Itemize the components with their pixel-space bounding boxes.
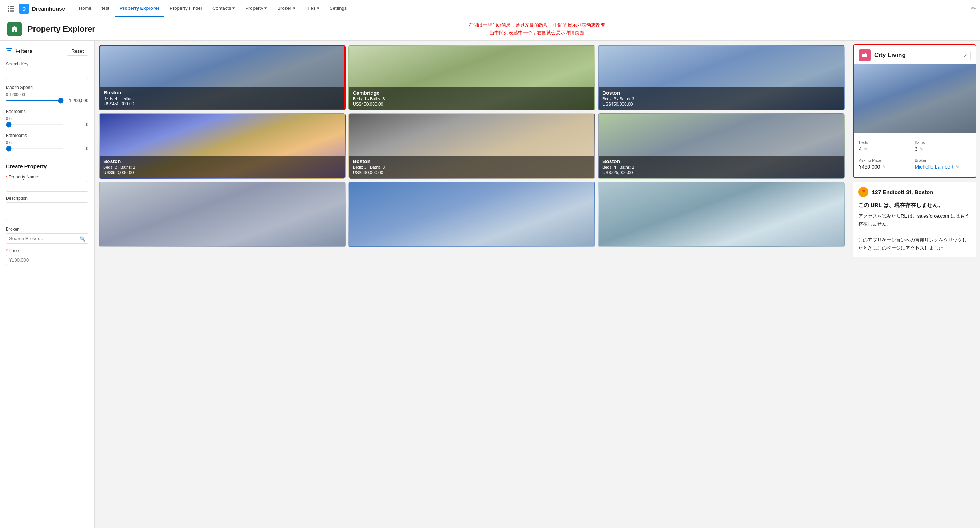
search-key-input[interactable] — [6, 69, 88, 79]
search-key-label: Search Key — [6, 62, 88, 67]
broker-search-input[interactable] — [6, 233, 88, 244]
beds-field: Beds 4 ✎ — [859, 140, 915, 152]
nav-property-finder[interactable]: Property Finder — [164, 0, 207, 17]
detail-card: City Living ⤢ Beds 4 ✎ Baths — [853, 44, 976, 178]
bedrooms-filter: Bedrooms 0-6 0 — [6, 109, 88, 127]
card-overlay: Cambridge Beds: 1 - Baths: 3 US$450,000.… — [349, 87, 594, 110]
middle-panel: Boston Beds: 4 - Baths: 3 US$450,000.00 … — [95, 41, 849, 528]
max-spend-slider[interactable] — [6, 100, 64, 101]
broker-value[interactable]: Michelle Lambert — [915, 164, 954, 170]
broker-field: Broker Michelle Lambert ✎ — [915, 158, 971, 170]
svg-rect-13 — [864, 53, 864, 54]
broker-edit-icon[interactable]: ✎ — [956, 164, 959, 169]
top-nav: D Dreamhouse Home test Property Explorer… — [0, 0, 980, 17]
asking-price-label: Asking Price — [859, 158, 915, 162]
card-overlay: Boston Beds: 4 - Baths: 2 US$725,000.00 — [599, 155, 844, 178]
logo-icon: D — [19, 4, 29, 14]
price-input[interactable] — [6, 255, 88, 265]
address-pin-icon: 📍 — [858, 187, 868, 197]
broker-dropdown-icon: ▾ — [293, 5, 295, 11]
right-panel: City Living ⤢ Beds 4 ✎ Baths — [849, 41, 980, 528]
bedrooms-value: 0 — [67, 122, 88, 127]
svg-rect-10 — [7, 50, 11, 51]
property-grid: Boston Beds: 4 - Baths: 3 US$450,000.00 … — [99, 45, 845, 247]
bedrooms-range-label: 0-6 — [6, 116, 88, 121]
main-layout: Filters Reset Search Key Max to Spend 0-… — [0, 41, 980, 528]
bathrooms-range-row: 0 — [6, 146, 88, 151]
bathrooms-slider[interactable] — [6, 148, 64, 149]
property-card[interactable]: Boston Beds: 4 - Baths: 3 US$450,000.00 — [99, 45, 345, 111]
svg-rect-0 — [8, 6, 10, 7]
nav-property-explorer[interactable]: Property Explorer — [115, 0, 165, 17]
svg-rect-14 — [865, 53, 866, 54]
app-name: Dreamhouse — [32, 5, 65, 12]
nav-home[interactable]: Home — [74, 0, 97, 17]
expand-button[interactable]: ⤢ — [961, 51, 970, 60]
nav-broker[interactable]: Broker ▾ — [272, 0, 300, 17]
apps-menu-button[interactable] — [4, 2, 18, 15]
price-broker-row: Asking Price ¥450,000 ✎ Broker Michelle … — [859, 155, 970, 173]
bedrooms-range-row: 0 — [6, 122, 88, 127]
nav-test[interactable]: test — [97, 0, 115, 17]
nav-files[interactable]: Files ▾ — [301, 0, 325, 17]
property-card[interactable]: Boston Beds: 4 - Baths: 2 US$725,000.00 — [598, 113, 845, 179]
contacts-dropdown-icon: ▾ — [232, 5, 235, 11]
description-input[interactable] — [6, 202, 88, 221]
max-spend-value: 1,200,000 — [67, 98, 88, 103]
card-overlay: Boston Beds: 3 - Baths: 3 US$690,000.00 — [349, 155, 594, 178]
reset-button[interactable]: Reset — [67, 46, 88, 55]
price-group: Price — [6, 248, 88, 265]
baths-label: Baths — [915, 140, 971, 144]
property-card[interactable] — [348, 182, 595, 247]
svg-rect-11 — [8, 52, 10, 52]
property-card[interactable]: Cambridge Beds: 1 - Baths: 3 US$450,000.… — [348, 45, 595, 111]
divider — [6, 157, 88, 157]
svg-rect-1 — [10, 6, 12, 7]
beds-edit-icon[interactable]: ✎ — [864, 146, 868, 152]
max-spend-filter: Max to Spend 0-1200000 1,200,000 — [6, 85, 88, 103]
nav-settings[interactable]: Settings — [325, 0, 352, 17]
svg-rect-5 — [13, 8, 14, 10]
broker-field-label: Broker — [915, 158, 971, 162]
page-title: Property Explorer — [28, 24, 95, 34]
detail-card-title: City Living — [874, 52, 906, 59]
property-name-input[interactable] — [6, 181, 88, 192]
filters-icon — [6, 47, 13, 55]
address-title: 127 Endicott St, Boston — [872, 189, 933, 195]
edit-nav-button[interactable]: ✏ — [971, 5, 976, 12]
app-logo[interactable]: D Dreamhouse — [19, 4, 68, 14]
price-label: Price — [6, 248, 88, 253]
asking-price-edit-icon[interactable]: ✎ — [882, 164, 886, 169]
files-dropdown-icon: ▾ — [317, 5, 320, 11]
property-card[interactable] — [598, 182, 845, 247]
svg-rect-4 — [10, 8, 12, 10]
nav-property[interactable]: Property ▾ — [240, 0, 272, 17]
detail-house-image — [854, 64, 976, 133]
bathrooms-filter: Bathrooms 0-6 0 — [6, 133, 88, 151]
filters-label: Filters — [15, 48, 33, 54]
address-line2: アクセスを試みた URL は、salesforce.com にはもう存在しません… — [858, 212, 971, 228]
address-line3: このアプリケーションへの直接リンクをクリックしたときにこのページにアクセスしまし… — [858, 236, 971, 252]
broker-label: Broker — [6, 227, 88, 232]
sub-header: Property Explorer 左側は一些filter信息，通过左側的改动，… — [0, 17, 980, 41]
detail-title-wrap: City Living — [859, 49, 906, 61]
nav-contacts[interactable]: Contacts ▾ — [207, 0, 240, 17]
svg-rect-9 — [6, 48, 12, 49]
property-dropdown-icon: ▾ — [264, 5, 267, 11]
bedrooms-slider[interactable] — [6, 124, 64, 125]
card-overlay: Boston Beds: 3 - Baths: 3 US$450,000.00 — [599, 87, 844, 110]
card-overlay: Boston Beds: 4 - Baths: 3 US$450,000.00 — [100, 87, 345, 109]
detail-fields: Beds 4 ✎ Baths 3 ✎ — [854, 133, 976, 178]
property-card[interactable]: Boston Beds: 3 - Baths: 3 US$690,000.00 — [348, 113, 595, 179]
baths-edit-icon[interactable]: ✎ — [920, 146, 923, 152]
property-card[interactable]: Boston Beds: 2 - Baths: 2 US$650,000.00 — [99, 113, 345, 179]
description-group: Description — [6, 196, 88, 222]
max-spend-range-row: 1,200,000 — [6, 98, 88, 103]
beds-label: Beds — [859, 140, 915, 144]
asking-price-value: ¥450,000 — [859, 164, 880, 170]
notice-text: 左側は一些filter信息，通过左側的改动，中間的展示列表动态改变 当中間列表选… — [101, 21, 973, 37]
property-card[interactable]: Boston Beds: 3 - Baths: 3 US$450,000.00 — [598, 45, 845, 111]
property-card[interactable] — [99, 182, 345, 247]
detail-card-icon — [859, 49, 870, 61]
broker-group: Broker 🔍 — [6, 227, 88, 244]
